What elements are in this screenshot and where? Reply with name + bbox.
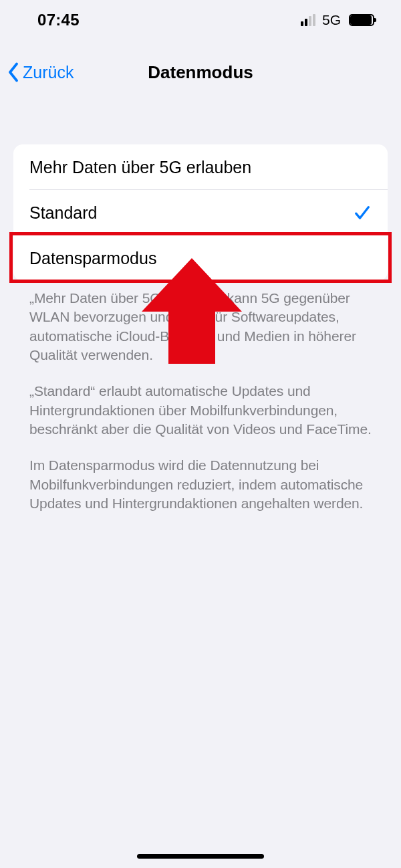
checkmark-icon [353, 203, 372, 222]
footer-paragraph: Im Datensparmodus wird die Datennutzung … [29, 456, 372, 513]
option-label: Standard [29, 203, 97, 223]
home-indicator[interactable] [137, 854, 264, 859]
footer-paragraph: „Standard“ erlaubt automatische Updates … [29, 382, 372, 439]
option-label: Datensparmodus [29, 249, 156, 268]
option-label: Mehr Daten über 5G erlauben [29, 158, 251, 177]
back-button[interactable]: Zurück [7, 52, 74, 92]
back-label: Zurück [23, 63, 74, 82]
network-type-label: 5G [322, 12, 341, 28]
status-bar: 07:45 5G [0, 0, 401, 40]
option-standard[interactable]: Standard [13, 190, 388, 235]
data-mode-options-list: Mehr Daten über 5G erlauben Standard Dat… [13, 144, 388, 281]
option-allow-more-5g[interactable]: Mehr Daten über 5G erlauben [13, 144, 388, 190]
status-right: 5G [301, 12, 374, 28]
chevron-left-icon [7, 62, 20, 82]
footer-explanation: „Mehr Daten über 5G erlauben“ kann 5G ge… [13, 281, 388, 513]
footer-paragraph: „Mehr Daten über 5G erlauben“ kann 5G ge… [29, 289, 372, 364]
page-title: Datenmodus [148, 62, 253, 83]
cellular-signal-icon [301, 14, 315, 26]
option-low-data-mode[interactable]: Datensparmodus [13, 235, 388, 281]
status-time: 07:45 [37, 11, 80, 29]
navigation-bar: Zurück Datenmodus [0, 52, 401, 92]
battery-icon [349, 14, 374, 26]
